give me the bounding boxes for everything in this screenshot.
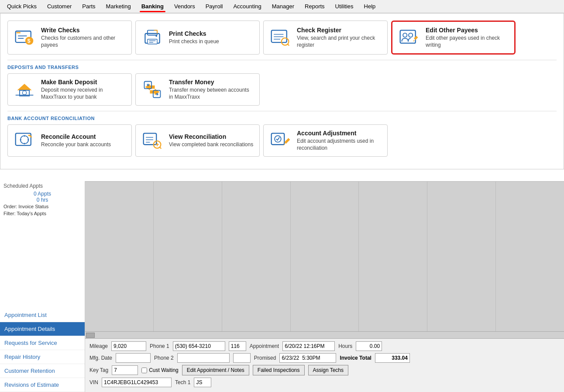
write-checks-desc: Checks for customers and other payees [41,35,126,48]
check-register-text: Check Register View, search and print yo… [297,27,382,48]
sidebar-appointment-list[interactable]: Appointment List [0,308,85,322]
appts-count: 0 Appts [0,191,85,197]
mfg-date-input[interactable] [116,353,151,363]
cust-waiting-checkbox[interactable] [141,368,147,373]
print-checks-card[interactable]: Print Checks Print checks in queue [135,21,260,55]
sidebar-requests-service[interactable]: Requests for Service [0,336,85,350]
hours-input[interactable] [356,341,382,351]
cust-waiting-label: Cust Waiting [149,367,179,373]
details-row-1: Mileage Phone 1 Appointment Hours [89,341,560,351]
menu-manager[interactable]: Manager [267,1,299,11]
account-adjustment-desc: Edit account adjustments used in reconci… [297,138,382,151]
mileage-input[interactable] [111,341,146,351]
edit-appointment-notes-btn[interactable]: Edit Appointment / Notes [182,365,249,375]
write-checks-icon: $ [13,26,36,49]
check-register-card[interactable]: Check Register View, search and print yo… [263,21,388,55]
reconcile-account-icon [13,129,36,152]
phone1-input[interactable] [173,341,225,351]
print-checks-icon [141,26,164,49]
write-checks-text: Write Checks Checks for customers and ot… [41,27,126,48]
view-reconciliation-icon [141,129,164,152]
sidebar-revisions-estimate[interactable]: Revisions of Estimate [0,378,85,392]
menu-bar: Quick Picks Customer Parts Marketing Ban… [0,0,564,13]
invoice-total-label: Invoice Total [340,355,371,361]
write-checks-card[interactable]: $ Write Checks Checks for customers and … [7,21,132,55]
edit-other-payees-text: Edit Other Payees Edit other payees used… [426,27,509,48]
checks-grid: $ Write Checks Checks for customers and … [7,21,557,55]
menu-marketing[interactable]: Marketing [101,1,136,11]
svg-point-19 [409,33,413,37]
check-register-desc: View, search and print your check regist… [297,35,382,48]
reconcile-account-title: Reconcile Account [41,133,111,140]
edit-other-payees-icon [398,26,420,49]
tech1-input[interactable] [194,378,211,387]
phone1-label: Phone 1 [150,343,169,349]
edit-other-payees-card[interactable]: Edit Other Payees Edit other payees used… [391,21,516,55]
phone2-label: Phone 2 [154,355,174,361]
svg-point-22 [22,91,26,95]
details-row-3: Key Tag Cust Waiting Edit Appointment / … [89,365,560,375]
account-adjustment-card[interactable]: Account Adjustment Edit account adjustme… [263,124,388,157]
view-reconciliation-text: View Reconciliation View completed bank … [169,133,253,148]
svg-point-18 [403,33,407,37]
key-tag-input[interactable] [112,365,138,375]
menu-banking[interactable]: Banking [136,1,169,11]
menu-quick-picks[interactable]: Quick Picks [2,1,42,11]
print-checks-title: Print Checks [169,30,219,37]
sidebar-repair-history[interactable]: Repair History [0,350,85,364]
cust-waiting-check[interactable]: Cust Waiting [141,367,179,373]
promised-input[interactable] [279,353,336,363]
transfer-money-card[interactable]: ✦ ✦ Transfer Money Transfer money betwee… [135,73,260,106]
svg-line-36 [160,147,162,149]
key-tag-label: Key Tag [89,367,108,373]
hrs-count: 0 hrs [0,197,85,203]
details-row-4: VIN Tech 1 [89,378,560,387]
filter-info: Filter: Today's Appts [0,210,85,217]
promised-label: Promised [254,355,276,361]
svg-rect-7 [148,39,157,44]
write-checks-title: Write Checks [41,27,126,34]
phone1-ext-input[interactable] [229,341,246,351]
check-register-icon [269,26,292,49]
account-adjustment-text: Account Adjustment Edit account adjustme… [297,130,382,151]
menu-utilities[interactable]: Utilities [330,1,359,11]
reconcile-account-desc: Reconcile your bank accounts [41,141,111,148]
failed-inspections-btn[interactable]: Failed Inspections [253,365,305,375]
reconciliation-grid: Reconcile Account Reconcile your bank ac… [7,124,557,157]
menu-reports[interactable]: Reports [299,1,330,11]
vin-label: VIN [89,379,98,385]
menu-help[interactable]: Help [359,1,381,11]
make-bank-deposit-title: Make Bank Deposit [41,79,126,86]
make-bank-deposit-text: Make Bank Deposit Deposit money received… [41,79,126,100]
sidebar-appointment-details[interactable]: Appointment Details [0,322,85,336]
reconciliation-section-label: BANK ACCOUNT RECONCILIATION [7,116,557,121]
account-adjustment-icon [269,129,292,152]
appointment-input[interactable] [282,341,335,351]
menu-customer[interactable]: Customer [42,1,77,11]
menu-payroll[interactable]: Payroll [200,1,228,11]
phone2-input[interactable] [177,353,230,363]
horizontal-scrollbar[interactable] [85,331,564,338]
appointment-details-bar: Mileage Phone 1 Appointment Hours Mfg. D… [85,338,564,392]
print-checks-text: Print Checks Print checks in queue [169,30,219,45]
scroll-thumb[interactable] [86,333,95,338]
transfer-money-title: Transfer Money [169,79,254,86]
order-info: Order: Invoice Status [0,203,85,210]
sidebar-customer-retention[interactable]: Customer Retention [0,364,85,378]
edit-other-payees-desc: Edit other payees used in check writing [426,35,509,48]
edit-other-payees-title: Edit Other Payees [426,27,509,34]
make-bank-deposit-card[interactable]: Make Bank Deposit Deposit money received… [7,73,132,106]
left-sidebar: Scheduled Appts 0 Appts 0 hrs Order: Inv… [0,181,85,392]
vin-input[interactable] [102,378,172,387]
menu-vendors[interactable]: Vendors [169,1,200,11]
reconcile-account-card[interactable]: Reconcile Account Reconcile your bank ac… [7,124,132,157]
view-reconciliation-card[interactable]: View Reconciliation View completed bank … [135,124,260,157]
phone2-ext-input[interactable] [233,353,251,363]
invoice-total-input[interactable] [375,353,410,363]
menu-parts[interactable]: Parts [77,1,100,11]
calendar-area [85,181,564,331]
menu-accounting[interactable]: Accounting [228,1,266,11]
mfg-date-label: Mfg. Date [89,355,112,361]
hours-label: Hours [338,343,352,349]
assign-techs-btn[interactable]: Assign Techs [308,365,348,375]
